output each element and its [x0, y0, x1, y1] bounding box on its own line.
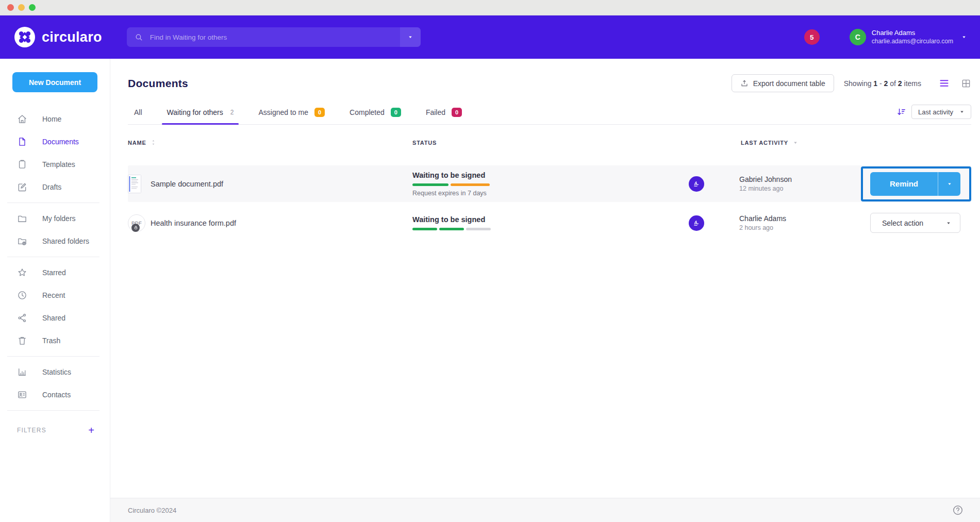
sidebar-divider: [7, 203, 99, 203]
sidebar-item-drafts[interactable]: Drafts: [0, 176, 110, 198]
tab-assigned-to-me[interactable]: Assigned to me0: [258, 108, 325, 124]
sort-by-label: Last activity: [918, 108, 953, 116]
brand-logo[interactable]: circularo: [14, 27, 102, 47]
document-table-body: Sample document.pdf Waiting to be signed…: [128, 165, 971, 241]
sidebar-item-shared-folders[interactable]: Shared folders: [0, 230, 110, 252]
sort-by-dropdown[interactable]: Last activity: [911, 105, 971, 119]
last-activity-actor: Gabriel Johnson: [739, 175, 792, 183]
grid-view-icon[interactable]: [961, 78, 971, 89]
search-scope-dropdown[interactable]: [400, 27, 421, 47]
home-icon: [17, 114, 27, 124]
tab-waiting-for-others[interactable]: Waiting for others2: [167, 108, 234, 124]
status-progress-bar: [412, 228, 689, 230]
chevron-down-icon: [793, 140, 798, 145]
document-name[interactable]: Health insurance form.pdf: [151, 219, 236, 227]
sidebar-item-starred[interactable]: Starred: [0, 261, 110, 284]
sidebar-item-label: Shared: [42, 314, 65, 322]
sidebar-item-my-folders[interactable]: My folders: [0, 207, 110, 230]
remind-button[interactable]: Remind: [870, 172, 960, 196]
user-info[interactable]: Charlie Adams charlie.adams@circularo.co…: [872, 29, 953, 45]
zoom-window-button[interactable]: [29, 4, 36, 11]
chevron-down-icon: [408, 35, 413, 40]
tab-count-badge: 0: [314, 108, 325, 117]
last-activity-time: 12 minutes ago: [739, 185, 792, 192]
select-action-dropdown[interactable]: Select action: [870, 213, 960, 233]
sidebar-item-label: Trash: [42, 336, 60, 345]
remind-dropdown-chevron-icon[interactable]: [938, 172, 960, 196]
status-note: Request expires in 7 days: [412, 190, 689, 197]
sidebar: New Document HomeDocumentsTemplatesDraft…: [0, 59, 110, 522]
progress-segment: [466, 228, 491, 230]
tab-completed[interactable]: Completed0: [350, 108, 401, 124]
sidebar-item-trash[interactable]: Trash: [0, 329, 110, 352]
brand-name: circularo: [42, 29, 102, 45]
sidebar-item-contacts[interactable]: Contacts: [0, 383, 110, 406]
tab-count-badge: 0: [452, 108, 462, 117]
sidebar-item-label: Documents: [42, 138, 79, 146]
sidebar-item-shared[interactable]: Shared: [0, 307, 110, 329]
sort-descending-icon[interactable]: [896, 107, 906, 117]
status-title: Waiting to be signed: [412, 171, 689, 179]
sidebar-divider: [7, 356, 99, 357]
showing-items-count: Showing 1 - 2 of 2 items: [844, 79, 921, 88]
notification-badge[interactable]: 5: [804, 29, 820, 45]
highlight-box: Remind: [861, 166, 971, 201]
folder-icon: [17, 213, 27, 224]
remind-button-label[interactable]: Remind: [870, 172, 938, 196]
tab-all[interactable]: All: [134, 108, 142, 124]
sidebar-item-label: Shared folders: [42, 237, 89, 245]
user-menu-chevron-icon[interactable]: [961, 35, 967, 40]
chart-icon: [17, 367, 27, 377]
sidebar-item-recent[interactable]: Recent: [0, 284, 110, 307]
user-email: charlie.adams@circularo.com: [872, 38, 953, 45]
shared-folder-icon: [17, 236, 27, 246]
close-window-button[interactable]: [7, 4, 14, 11]
sidebar-item-label: Statistics: [42, 368, 71, 376]
sidebar-item-statistics[interactable]: Statistics: [0, 361, 110, 383]
progress-segment: [412, 228, 437, 230]
export-button-label: Export document table: [753, 79, 825, 88]
help-icon[interactable]: [952, 504, 964, 516]
sidebar-divider: [7, 410, 99, 411]
app-header: circularo 5 C Charlie Adams charlie.adam…: [0, 15, 980, 59]
sidebar-item-label: Drafts: [42, 183, 61, 191]
search-input[interactable]: [143, 33, 400, 41]
search-bar[interactable]: [127, 27, 421, 47]
new-document-button[interactable]: New Document: [12, 72, 97, 92]
last-activity-time: 2 hours ago: [739, 224, 786, 231]
user-name: Charlie Adams: [872, 29, 953, 37]
table-row[interactable]: Sample document.pdf Waiting to be signed…: [128, 165, 971, 202]
sidebar-item-templates[interactable]: Templates: [0, 153, 110, 176]
add-filter-button[interactable]: +: [88, 425, 94, 435]
sidebar-item-documents[interactable]: Documents: [0, 130, 110, 153]
macos-titlebar: [0, 0, 980, 15]
user-avatar[interactable]: C: [850, 29, 866, 45]
sidebar-nav: HomeDocumentsTemplatesDraftsMy foldersSh…: [0, 108, 110, 406]
clock-icon: [17, 290, 27, 300]
sidebar-item-label: Starred: [42, 268, 66, 277]
tab-count: 2: [230, 109, 234, 116]
sort-updown-icon: [150, 139, 157, 146]
page-footer: Circularo ©2024: [110, 498, 980, 522]
tab-failed[interactable]: Failed0: [426, 108, 462, 124]
sidebar-item-home[interactable]: Home: [0, 108, 110, 130]
column-header-last-activity[interactable]: LAST ACTIVITY: [689, 140, 861, 146]
tab-label: Waiting for others: [167, 108, 223, 116]
minimize-window-button[interactable]: [18, 4, 25, 11]
sidebar-divider: [7, 257, 99, 257]
column-header-status[interactable]: STATUS: [412, 140, 689, 146]
export-document-table-button[interactable]: Export document table: [732, 74, 834, 92]
table-row[interactable]: PDFHealth insurance form.pdf Waiting to …: [128, 205, 971, 241]
select-action-label: Select action: [882, 219, 923, 227]
signature-avatar-icon: [689, 215, 704, 231]
pdf-locked-icon: PDF: [128, 214, 151, 232]
document-preview-icon: [128, 175, 151, 193]
export-icon: [740, 79, 749, 88]
sidebar-item-label: Templates: [42, 160, 75, 169]
list-view-icon[interactable]: [939, 78, 950, 89]
tab-label: Failed: [426, 108, 445, 116]
table-header: NAME STATUS LAST ACTIVITY: [128, 139, 971, 146]
column-header-name[interactable]: NAME: [128, 139, 412, 146]
document-name[interactable]: Sample document.pdf: [151, 180, 223, 188]
signature-avatar-icon: [689, 176, 704, 192]
